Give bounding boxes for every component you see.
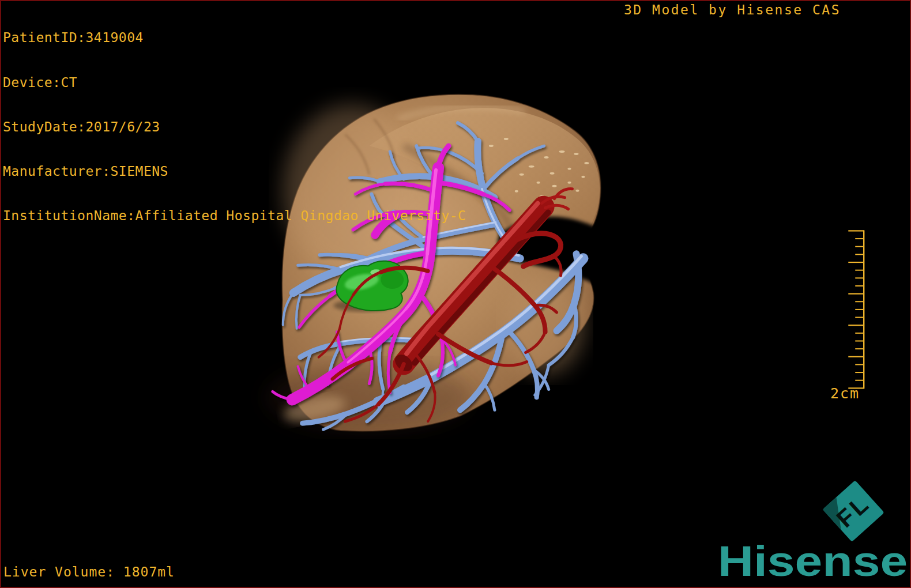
institution-text: InstitutionName:Affiliated Hospital Qing… — [3, 209, 466, 224]
scale-ruler — [848, 230, 864, 389]
scale-label: 2cm — [830, 385, 860, 402]
study-date-text: StudyDate:2017/6/23 — [3, 120, 466, 135]
logo-badge: FL — [823, 480, 884, 542]
liver-volume-text: Liver Volume: 1807ml — [3, 564, 175, 579]
hisense-wordmark: Hisense — [718, 541, 908, 582]
viewer-window: FL PatientID:3419004 Device:CT StudyDate… — [0, 0, 911, 588]
patient-info-overlay: PatientID:3419004 Device:CT StudyDate:20… — [3, 1, 466, 253]
device-text: Device:CT — [3, 76, 466, 91]
scale-ruler-ticks — [848, 230, 864, 389]
patient-id-text: PatientID:3419004 — [3, 31, 466, 46]
manufacturer-text: Manufacturer:SIEMENS — [3, 164, 466, 179]
watermark-text: 3D Model by Hisense CAS — [624, 2, 841, 17]
